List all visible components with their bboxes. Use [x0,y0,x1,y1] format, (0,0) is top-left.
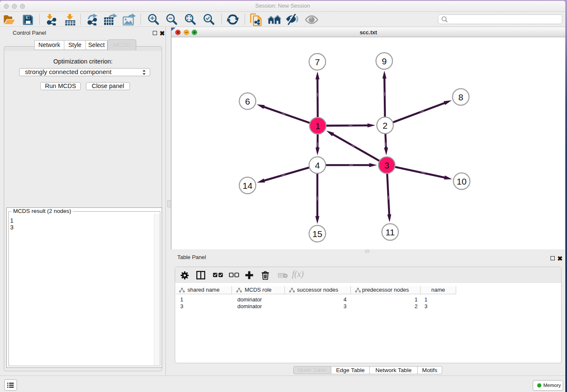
svg-text:7: 7 [315,57,320,67]
svg-text:11: 11 [385,227,395,237]
svg-text:1: 1 [315,121,320,131]
svg-text:3: 3 [384,160,389,170]
svg-text:10: 10 [457,177,466,186]
svg-text:8: 8 [458,92,463,102]
svg-text:15: 15 [312,229,322,239]
svg-text:4: 4 [315,160,320,170]
svg-text:14: 14 [242,181,253,190]
svg-text:2: 2 [383,121,388,130]
svg-text:9: 9 [382,56,387,66]
svg-text:6: 6 [245,97,250,106]
